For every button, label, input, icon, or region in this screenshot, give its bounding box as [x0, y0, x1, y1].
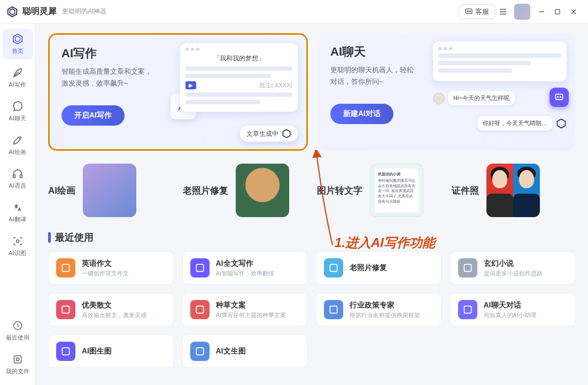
new-ai-chat-button[interactable]: 新建AI对话 — [330, 104, 393, 124]
translate-icon — [12, 202, 24, 213]
svg-rect-17 — [20, 175, 22, 178]
tool-card[interactable]: 种草文案AI撰写任何主题的种草文案 — [182, 293, 308, 326]
window-minimize-button[interactable] — [533, 4, 550, 20]
scan-icon — [12, 235, 24, 247]
svg-point-4 — [468, 11, 469, 11]
app-tagline: 更聪明的AI神器 — [62, 7, 106, 16]
tool-name: AI聊天对话 — [484, 301, 568, 310]
nav-label: AI翻译 — [9, 215, 26, 224]
nav-ai-write[interactable]: AI写作 — [3, 63, 33, 93]
tool-icon — [324, 300, 343, 319]
svg-marker-21 — [283, 130, 290, 138]
customer-service-label: 客服 — [475, 7, 489, 17]
tool-card[interactable]: AI图生图 — [48, 335, 174, 368]
tool-name: 行业政策专家 — [350, 301, 434, 310]
nav-home[interactable]: 首页 — [3, 29, 33, 59]
start-ai-write-button[interactable]: 开启AI写作 — [61, 105, 125, 126]
svg-point-18 — [16, 240, 19, 243]
customer-service-button[interactable]: 客服 — [459, 4, 495, 19]
tool-desc: 提供更多小说创作思路 — [484, 270, 568, 278]
main-content: AI写作 智能生成高质量文章和文案， 激发灵感，效率飙升~ 开启AI写作 AI … — [35, 24, 588, 385]
tool-name: 英语作文 — [82, 259, 166, 268]
tool-name: AI文生图 — [216, 346, 300, 356]
tool-desc: AI撰写任何主题的种草文案 — [216, 311, 300, 319]
tool-card[interactable]: 玄幻小说提供更多小说创作思路 — [450, 251, 576, 284]
feature-title: 老照片修复 — [183, 184, 228, 197]
feature-thumb: 武昌街的小调有时候到重庆路买书总会不自觉地跟武昌街去走一回, 最近发现武昌街大不… — [370, 164, 423, 217]
tool-name: AI全文写作 — [216, 259, 300, 268]
tool-icon — [190, 258, 210, 278]
brush-icon — [12, 134, 24, 146]
nav-my-files[interactable]: 我的文件 — [3, 349, 33, 380]
tool-card[interactable]: AI文生图 — [182, 335, 308, 368]
svg-rect-16 — [13, 175, 15, 178]
feature-id-photo[interactable]: 证件照 — [452, 164, 576, 217]
tool-desc: 高效输出散文，激发灵感 — [82, 311, 166, 319]
svg-rect-28 — [330, 264, 337, 271]
tool-desc: 一键创作英文作文 — [82, 270, 166, 278]
feature-title: 图片转文字 — [317, 184, 362, 197]
chat-bubble-icon — [465, 7, 473, 16]
tool-card[interactable]: 老照片修复 — [316, 251, 442, 284]
svg-point-5 — [470, 11, 470, 11]
user-avatar[interactable] — [514, 4, 530, 20]
svg-rect-22 — [555, 95, 562, 100]
hero-ai-write-card[interactable]: AI写作 智能生成高质量文章和文案， 激发灵感，效率飙升~ 开启AI写作 AI … — [48, 33, 308, 151]
svg-rect-35 — [196, 348, 203, 355]
tool-card[interactable]: 优美散文高效输出散文，激发灵感 — [48, 293, 174, 326]
sidebar: 首页 AI写作 AI聊天 AI绘画 AI语音 AI翻译 — [0, 24, 35, 385]
nav-label: AI语音 — [9, 182, 26, 190]
svg-rect-10 — [555, 10, 560, 14]
tool-card[interactable]: 英语作文一键创作英文作文 — [48, 251, 174, 284]
tool-desc: 根据行业名称提供政策框架 — [350, 311, 434, 319]
window-close-button[interactable] — [566, 4, 582, 20]
svg-point-3 — [467, 11, 468, 11]
tool-desc: AI智能写作，效率翻倍 — [216, 270, 300, 278]
nav-ai-paint[interactable]: AI绘画 — [3, 130, 33, 160]
titlebar: 聪明灵犀 更聪明的AI神器 客服 — [0, 0, 588, 24]
svg-marker-14 — [15, 36, 20, 42]
tool-icon — [190, 342, 210, 361]
app-logo-icon — [6, 6, 18, 18]
svg-marker-1 — [10, 9, 14, 14]
tool-name: 种草文案 — [216, 301, 300, 310]
chat-msg: Hi~今天的天气怎样呢 — [448, 91, 515, 105]
feature-title: 证件照 — [452, 184, 479, 197]
chat-msg: 你好呀，今天天气晴朗… — [477, 116, 553, 130]
tool-name: AI图生图 — [82, 346, 166, 356]
nav-label: AI聊天 — [9, 114, 26, 122]
feature-thumb — [236, 164, 289, 217]
chat-mock-preview: Hi~今天的天气怎样呢 你好呀，今天天气晴朗… — [433, 42, 567, 142]
nav-label: AI识图 — [9, 249, 26, 257]
svg-marker-13 — [13, 34, 22, 44]
chat-icon — [12, 101, 24, 112]
feature-thumb — [486, 164, 540, 217]
nav-ai-translate[interactable]: AI翻译 — [3, 197, 33, 228]
tool-card[interactable]: AI聊天对话宛如真人的AI小助理 — [450, 293, 576, 326]
tool-card[interactable]: AI全文写作AI智能写作，效率翻倍 — [182, 251, 308, 284]
feature-photo-restore[interactable]: 老照片修复 — [183, 164, 307, 217]
window-maximize-button[interactable] — [550, 4, 566, 20]
feature-ai-paint[interactable]: AI绘画 — [48, 164, 172, 217]
svg-rect-31 — [196, 306, 203, 313]
nav-ai-chat[interactable]: AI聊天 — [3, 96, 33, 127]
feature-ocr[interactable]: 图片转文字 武昌街的小调有时候到重庆路买书总会不自觉地跟武昌街去走一回, 最近发… — [317, 164, 441, 217]
nav-label: 我的文件 — [6, 367, 29, 375]
hamburger-menu-button[interactable] — [495, 4, 511, 20]
nav-label: AI绘画 — [9, 148, 26, 156]
svg-marker-25 — [558, 119, 566, 128]
svg-rect-26 — [62, 264, 69, 271]
feature-thumb — [83, 164, 136, 217]
nav-ai-voice[interactable]: AI语音 — [3, 164, 33, 194]
tool-card[interactable]: 行业政策专家根据行业名称提供政策框架 — [316, 293, 442, 326]
tool-icon — [324, 258, 343, 278]
folder-icon — [12, 353, 24, 365]
tool-desc: 宛如真人的AI小助理 — [484, 311, 568, 319]
feature-title: AI绘画 — [48, 184, 75, 197]
nav-ai-ocr[interactable]: AI识图 — [3, 231, 33, 261]
nav-label: 首页 — [12, 47, 24, 55]
svg-rect-34 — [62, 348, 69, 355]
hero-ai-chat-card[interactable]: AI聊天 更聪明的聊天机器人，轻松 对话，答你所问~ 新建AI对话 — [319, 33, 575, 151]
nav-recent[interactable]: 最近使用 — [3, 315, 33, 346]
section-recent-title: 最近使用 — [48, 231, 575, 244]
